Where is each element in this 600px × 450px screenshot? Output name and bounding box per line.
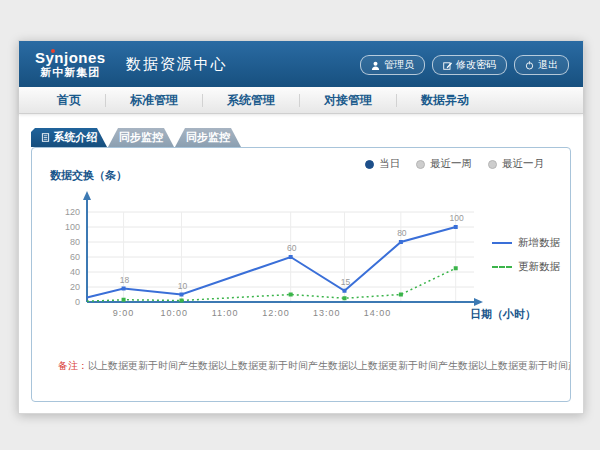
y-tick-label: 120 <box>65 207 80 217</box>
y-tick-label: 0 <box>75 297 80 307</box>
app-header: Synjones 新中新集团 数据资源中心 管理员 修改密码 退出 <box>19 41 583 87</box>
tab-sync-monitor-2[interactable]: 同步监控 <box>175 128 241 147</box>
legend-swatch-updated-data <box>492 266 512 268</box>
data-point <box>122 298 126 302</box>
chart-legend: 新增数据 更新数据 <box>492 236 560 284</box>
page-title: 数据资源中心 <box>126 55 228 74</box>
data-point-label: 80 <box>397 228 407 238</box>
admin-button[interactable]: 管理员 <box>360 55 425 75</box>
time-filter-label: 最近一周 <box>430 157 472 171</box>
x-axis-arrow-icon <box>474 298 483 306</box>
edit-icon <box>443 61 452 70</box>
footnote-text: 以上数据更新于时间产生数据以上数据更新于时间产生数据以上数据更新于时间产生数据以… <box>88 360 570 371</box>
data-point <box>289 293 293 297</box>
logo-accent-dot <box>51 49 55 53</box>
tab-label: 同步监控 <box>119 130 163 145</box>
time-filter-option[interactable]: 最近一月 <box>488 157 544 171</box>
x-tick-label: 10:00 <box>161 308 189 318</box>
nav-item-home[interactable]: 首页 <box>33 94 106 107</box>
line-chart: 0204060801001209:0010:0011:0012:0013:001… <box>42 188 512 328</box>
time-filter-label: 当日 <box>379 157 400 171</box>
data-point <box>179 293 183 297</box>
time-filter-option[interactable]: 最近一周 <box>416 157 472 171</box>
tab-system-intro[interactable]: 系统介绍 <box>31 128 107 147</box>
y-tick-label: 100 <box>65 222 80 232</box>
tab-label: 同步监控 <box>186 130 230 145</box>
data-point <box>454 225 458 229</box>
main-nav: 首页 标准管理 系统管理 对接管理 数据异动 <box>19 87 583 114</box>
data-point-label: 18 <box>120 275 130 285</box>
data-point <box>399 240 403 244</box>
data-point-label: 100 <box>450 213 464 223</box>
radio-dot <box>365 160 374 169</box>
legend-label: 新增数据 <box>518 236 560 250</box>
time-filter-option[interactable]: 当日 <box>365 157 400 171</box>
y-tick-label: 80 <box>70 237 80 247</box>
y-axis-label: 数据交换（条） <box>50 168 127 183</box>
data-point-label: 10 <box>178 281 188 291</box>
x-tick-label: 13:00 <box>313 308 341 318</box>
data-point <box>342 289 346 293</box>
y-axis-arrow-icon <box>83 191 91 200</box>
data-point <box>399 293 403 297</box>
tab-sync-monitor-1[interactable]: 同步监控 <box>108 128 174 147</box>
tab-bar: 系统介绍 同步监控 同步监控 <box>31 128 571 147</box>
logout-button[interactable]: 退出 <box>514 55 569 75</box>
user-icon <box>371 61 380 70</box>
data-point-label: 15 <box>341 277 351 287</box>
footnote-prefix: 备注： <box>58 360 88 371</box>
x-tick-label: 12:00 <box>262 308 290 318</box>
logout-button-label: 退出 <box>538 58 558 72</box>
change-password-button-label: 修改密码 <box>456 58 496 72</box>
nav-item-interface-management[interactable]: 对接管理 <box>300 94 397 107</box>
chart-panel: 当日 最近一周 最近一月 数据交换（条） 0204060801001209:00… <box>31 147 571 402</box>
x-tick-label: 11:00 <box>212 308 239 318</box>
legend-swatch-new-data <box>492 242 512 244</box>
y-tick-label: 20 <box>70 282 80 292</box>
brand-name: Synjones <box>35 50 106 66</box>
brand-logo: Synjones 新中新集团 <box>35 50 106 78</box>
x-tick-label: 14:00 <box>364 308 392 318</box>
footnote: 备注：以上数据更新于时间产生数据以上数据更新于时间产生数据以上数据更新于时间产生… <box>32 359 570 373</box>
nav-item-data-anomaly[interactable]: 数据异动 <box>397 94 493 107</box>
time-filter: 当日 最近一周 最近一月 <box>365 157 544 171</box>
legend-item-new-data: 新增数据 <box>492 236 560 250</box>
header-actions: 管理员 修改密码 退出 <box>360 55 569 75</box>
brand-subtitle: 新中新集团 <box>35 66 106 78</box>
document-icon <box>41 132 50 144</box>
x-tick-label: 9:00 <box>113 308 135 318</box>
radio-dot <box>416 160 425 169</box>
time-filter-label: 最近一月 <box>502 157 544 171</box>
tab-label: 系统介绍 <box>54 130 98 145</box>
data-point <box>179 299 183 303</box>
admin-button-label: 管理员 <box>384 58 414 72</box>
data-point <box>122 287 126 291</box>
y-tick-label: 60 <box>70 252 80 262</box>
legend-item-updated-data: 更新数据 <box>492 260 560 274</box>
power-icon <box>525 61 534 70</box>
legend-label: 更新数据 <box>518 260 560 274</box>
content-area: 系统介绍 同步监控 同步监控 当日 最近一周 <box>19 114 583 402</box>
data-point <box>289 255 293 259</box>
nav-item-standard-management[interactable]: 标准管理 <box>106 94 203 107</box>
change-password-button[interactable]: 修改密码 <box>432 55 507 75</box>
data-point <box>342 296 346 300</box>
x-axis-label: 日期（小时） <box>470 307 536 322</box>
nav-item-system-management[interactable]: 系统管理 <box>203 94 300 107</box>
radio-dot <box>488 160 497 169</box>
app-window: Synjones 新中新集团 数据资源中心 管理员 修改密码 退出 首页 标准管… <box>18 40 584 414</box>
data-point <box>454 266 458 270</box>
data-point-label: 60 <box>287 243 297 253</box>
y-tick-label: 40 <box>70 267 80 277</box>
